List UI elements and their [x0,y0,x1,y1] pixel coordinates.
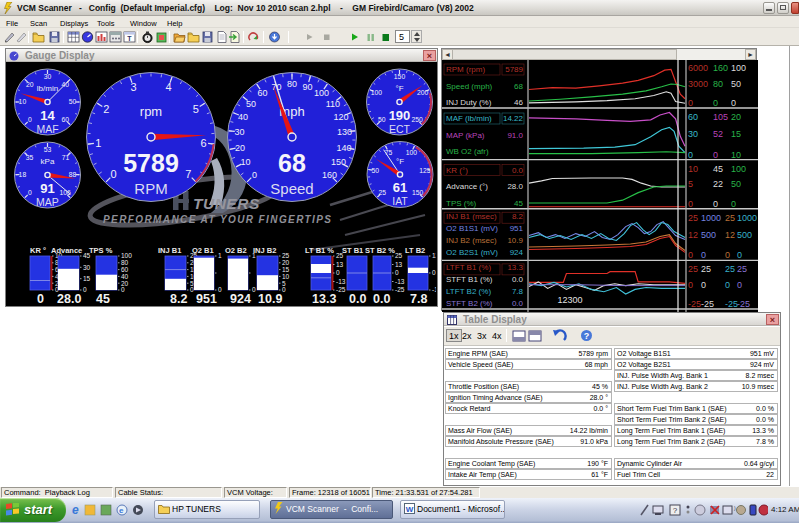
svg-text:8.2: 8.2 [512,212,524,221]
svg-text:120: 120 [333,112,348,122]
svg-text:MAF: MAF [36,123,58,135]
svg-text:0: 0 [688,250,693,260]
svg-text:12: 12 [725,230,735,240]
svg-text:0: 0 [252,286,256,293]
svg-text:): ) [734,505,736,511]
svg-text:ST B2 %: ST B2 % [365,246,395,255]
svg-text:Speed: Speed [270,180,313,197]
svg-text:20: 20 [235,143,245,153]
svg-text:0: 0 [282,286,286,293]
svg-text:3000: 3000 [688,79,708,89]
svg-text:0: 0 [688,280,693,290]
svg-text:90: 90 [302,82,312,92]
svg-text:1: 1 [218,252,222,259]
svg-text:LT B1 %: LT B1 % [305,246,334,255]
svg-text:TUNERS: TUNERS [193,195,260,212]
svg-text:STFT B1 (%): STFT B1 (%) [446,275,493,284]
svg-text:5789: 5789 [505,65,523,74]
svg-text:10: 10 [240,157,250,167]
svg-text:5789: 5789 [123,149,179,177]
svg-text:50: 50 [371,167,379,174]
svg-text:ST B1: ST B1 [342,246,363,255]
svg-text:80: 80 [713,79,723,89]
svg-text:0: 0 [688,98,693,108]
svg-text:130: 130 [337,127,352,137]
svg-text:INJ B2 (msec): INJ B2 (msec) [446,236,497,245]
svg-text:45: 45 [713,164,723,174]
svg-text:°F: °F [395,84,403,93]
svg-text:W: W [406,505,414,514]
svg-text:Advance: Advance [51,246,82,255]
svg-text:0: 0 [713,98,718,108]
svg-text:100: 100 [406,149,418,156]
svg-text:0: 0 [83,286,87,293]
svg-text:-25: -25 [395,286,405,293]
svg-text:13: 13 [432,252,436,259]
svg-text:25: 25 [395,252,403,259]
svg-text:18: 18 [19,171,27,178]
svg-text:28.0: 28.0 [507,182,523,191]
svg-text:TPS (%): TPS (%) [446,199,477,208]
svg-text:O2 B2: O2 B2 [225,246,247,255]
svg-text:KR °: KR ° [30,246,46,255]
svg-text:5: 5 [193,103,199,115]
svg-text:30: 30 [83,264,91,271]
svg-text:68: 68 [514,82,523,91]
svg-text:25: 25 [688,213,698,223]
svg-text:INJ B1 (msec): INJ B1 (msec) [446,212,497,221]
svg-text:°F: °F [396,157,404,166]
svg-text:-13: -13 [432,286,436,293]
svg-text:STFT B2 (%): STFT B2 (%) [446,299,493,308]
svg-text:75: 75 [385,149,393,156]
svg-text:0: 0 [121,286,125,293]
svg-text:60: 60 [688,112,698,122]
svg-text:TPS %: TPS % [89,246,113,255]
svg-text:3: 3 [130,81,136,93]
svg-text:-25: -25 [737,299,750,309]
svg-text:0: 0 [111,168,117,180]
svg-text:10: 10 [688,164,698,174]
svg-text:MAF (lb/min): MAF (lb/min) [446,114,492,123]
svg-text:10.9: 10.9 [258,292,282,306]
svg-text:150: 150 [394,73,406,80]
svg-text:KR (°): KR (°) [446,166,468,175]
svg-text:15: 15 [83,275,91,282]
svg-text:RPM: RPM [134,180,167,197]
svg-text:125: 125 [419,167,431,174]
svg-text:ECT: ECT [389,123,411,135]
svg-text:e: e [72,503,79,517]
svg-text:MAP: MAP [36,196,59,208]
svg-text:0: 0 [701,250,706,260]
svg-text:15: 15 [731,129,741,139]
svg-text:50: 50 [731,79,741,89]
svg-text:5: 5 [688,179,693,189]
svg-text:1000: 1000 [737,213,757,223]
svg-text:150: 150 [412,189,424,196]
svg-text:0: 0 [737,280,742,290]
svg-text:20: 20 [731,112,741,122]
svg-text:Speed (mph): Speed (mph) [446,82,493,91]
svg-text:-13: -13 [336,278,346,285]
svg-text:7: 7 [185,168,191,180]
svg-text:6000: 6000 [688,63,708,73]
svg-text:0: 0 [218,286,222,293]
svg-text:50: 50 [378,116,386,123]
svg-text:-25: -25 [701,299,714,309]
svg-text:28.0: 28.0 [57,292,81,306]
svg-text:13.3: 13.3 [507,263,523,272]
svg-text:kPa: kPa [41,157,55,166]
svg-text:WB O2 (afr): WB O2 (afr) [446,147,489,156]
svg-text:MAP (kPa): MAP (kPa) [446,131,485,140]
svg-text:RPM (rpm): RPM (rpm) [446,65,485,74]
svg-text:100: 100 [371,89,383,96]
svg-text:O2 B1: O2 B1 [192,246,214,255]
svg-text:20: 20 [26,81,34,88]
svg-text:rpm: rpm [140,104,162,119]
svg-text:91: 91 [40,181,54,196]
svg-text:7.8: 7.8 [512,287,524,296]
svg-text:46: 46 [514,98,523,107]
svg-text:0.0: 0.0 [349,292,366,306]
svg-text:?: ? [584,331,590,341]
svg-text:30: 30 [234,127,244,137]
svg-text:45: 45 [96,292,110,306]
